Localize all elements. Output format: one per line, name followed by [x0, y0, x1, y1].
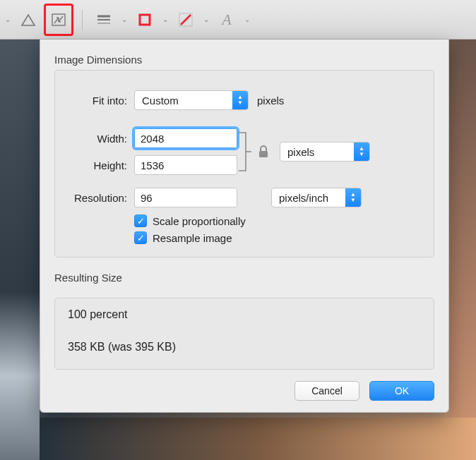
- image-dimensions-group: Fit into: Custom ▲▼ pixels Width: Height…: [54, 70, 434, 258]
- image-dimensions-dialog: Image Dimensions Fit into: Custom ▲▼ pix…: [40, 40, 449, 413]
- svg-rect-4: [140, 15, 150, 25]
- text-style-icon[interactable]: A: [214, 7, 239, 32]
- ok-button[interactable]: OK: [369, 381, 434, 401]
- background-image-right: [449, 40, 476, 418]
- svg-line-6: [181, 15, 191, 25]
- width-label: Width:: [68, 133, 134, 145]
- line-style-dropdown[interactable]: ⌄: [119, 16, 129, 23]
- adjust-levels-icon[interactable]: [16, 7, 41, 32]
- image-dimensions-title: Image Dimensions: [54, 54, 434, 66]
- resolution-label: Resolution:: [68, 192, 134, 204]
- resample-image-checkbox[interactable]: ✓: [134, 231, 147, 244]
- resample-image-label: Resample image: [153, 232, 232, 244]
- result-filesize: 358 KB (was 395 KB): [68, 341, 421, 353]
- svg-rect-8: [259, 151, 268, 157]
- select-arrows-icon: ▲▼: [345, 188, 361, 207]
- select-arrows-icon: ▲▼: [354, 143, 369, 161]
- width-input[interactable]: [134, 128, 237, 148]
- scale-proportionally-checkbox[interactable]: ✓: [134, 214, 147, 227]
- shape-rect-icon[interactable]: [132, 7, 157, 32]
- background-image-bottom: [40, 418, 476, 460]
- link-bracket-icon: [237, 128, 253, 175]
- fit-into-select[interactable]: Custom ▲▼: [134, 90, 249, 110]
- lock-icon[interactable]: [257, 145, 270, 159]
- shape-dropdown[interactable]: ⌄: [160, 16, 170, 23]
- dimension-unit-select[interactable]: pixels ▲▼: [280, 142, 370, 162]
- dimension-unit-value: pixels: [280, 143, 354, 161]
- line-style-icon[interactable]: [91, 7, 117, 32]
- text-style-dropdown[interactable]: ⌄: [242, 16, 252, 23]
- resolution-input[interactable]: [134, 188, 237, 207]
- height-label: Height:: [68, 159, 134, 171]
- resize-tool-highlight: [44, 4, 73, 36]
- fit-into-value: Custom: [135, 91, 232, 109]
- background-image-left: [0, 40, 40, 460]
- stroke-dropdown[interactable]: ⌄: [201, 16, 211, 23]
- resulting-size-group: 100 percent 358 KB (was 395 KB): [54, 298, 434, 370]
- cancel-button[interactable]: Cancel: [294, 381, 359, 401]
- resize-icon[interactable]: [46, 7, 71, 32]
- fit-into-label: Fit into:: [68, 95, 134, 107]
- toolbar-dropdown-arrow[interactable]: ⌄: [3, 16, 13, 23]
- resolution-unit-select[interactable]: pixels/inch ▲▼: [271, 188, 362, 207]
- diagonal-stroke-icon[interactable]: [173, 7, 198, 32]
- resulting-size-title: Resulting Size: [54, 272, 434, 284]
- scale-proportionally-label: Scale proportionally: [153, 215, 246, 227]
- select-arrows-icon: ▲▼: [232, 91, 248, 109]
- resolution-unit-value: pixels/inch: [272, 188, 345, 207]
- fit-into-unit: pixels: [257, 95, 284, 107]
- height-input[interactable]: [134, 155, 237, 175]
- result-percent: 100 percent: [68, 308, 421, 321]
- toolbar: ⌄ ⌄ ⌄ ⌄ A ⌄: [0, 0, 476, 40]
- toolbar-separator: [82, 10, 83, 30]
